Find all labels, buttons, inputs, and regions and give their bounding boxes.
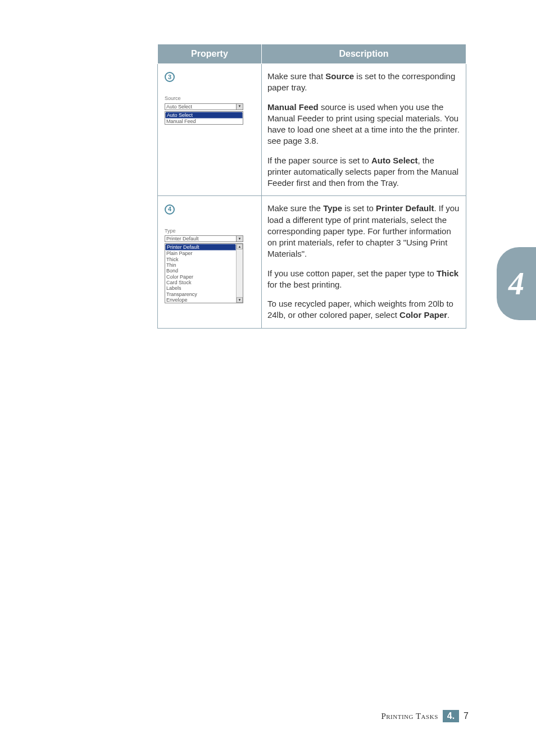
list-item[interactable]: Auto Select (165, 112, 243, 119)
description-cell: Make sure that Source is set to the corr… (261, 64, 466, 196)
source-label: Source (165, 95, 257, 101)
chapter-number: 4 (508, 266, 524, 302)
table-row: 3 Source Auto Select ▼ Auto Select Manua… (158, 64, 466, 196)
type-label: Type (165, 228, 257, 234)
list-item[interactable]: Labels (165, 285, 236, 291)
paragraph: If the paper source is set to Auto Selec… (267, 155, 460, 189)
paragraph: To use recycled paper, which weights fro… (267, 298, 460, 321)
list-item[interactable]: Envelope (165, 297, 236, 303)
page-footer: Printing Tasks 4. 7 (381, 710, 469, 722)
type-listbox[interactable]: ▲ ▼ Printer Default Plain Paper Thick Th… (165, 243, 243, 303)
step-badge-4: 4 (165, 204, 175, 215)
list-item[interactable]: Transparency (165, 292, 236, 297)
list-item[interactable]: Plain Paper (165, 251, 236, 256)
list-item[interactable]: Card Stock (165, 280, 236, 285)
step-badge-3: 3 (165, 72, 175, 82)
source-dropdown-figure: Source Auto Select ▼ Auto Select Manual … (165, 95, 257, 125)
paragraph: Manual Feed source is used when you use … (267, 102, 460, 147)
source-listbox[interactable]: Auto Select Manual Feed (165, 111, 243, 125)
list-item[interactable]: Thick (165, 257, 236, 262)
property-cell: 3 Source Auto Select ▼ Auto Select Manua… (158, 64, 262, 196)
chapter-side-tab: 4 (497, 247, 536, 320)
list-item[interactable]: Thin (165, 262, 236, 268)
scrollbar[interactable]: ▲ ▼ (236, 244, 243, 303)
scroll-up-icon[interactable]: ▲ (237, 244, 243, 249)
footer-page-number: 7 (464, 711, 469, 721)
paragraph: Make sure that Source is set to the corr… (267, 71, 460, 94)
footer-section-title: Printing Tasks (381, 712, 438, 721)
list-item[interactable]: Bond (165, 268, 236, 274)
type-combobox[interactable]: Printer Default ▼ (165, 235, 243, 242)
chevron-down-icon[interactable]: ▼ (236, 236, 243, 242)
list-item[interactable]: Printer Default (165, 244, 236, 251)
chevron-down-icon[interactable]: ▼ (236, 104, 243, 110)
paragraph: Make sure the Type is set to Printer Def… (267, 203, 460, 259)
type-dropdown-figure: Type Printer Default ▼ ▲ ▼ Printer Defau (165, 228, 257, 304)
description-cell: Make sure the Type is set to Printer Def… (261, 196, 466, 328)
source-combobox[interactable]: Auto Select ▼ (165, 103, 243, 110)
footer-section-badge: 4. (443, 710, 459, 722)
property-cell: 4 Type Printer Default ▼ ▲ ▼ (158, 196, 262, 328)
paragraph: If you use cotton paper, set the paper t… (267, 268, 460, 291)
property-table: Property Description 3 Source Auto Selec… (157, 44, 466, 329)
list-item[interactable]: Color Paper (165, 274, 236, 280)
table-row: 4 Type Printer Default ▼ ▲ ▼ (158, 196, 466, 328)
scroll-down-icon[interactable]: ▼ (237, 297, 243, 303)
list-item[interactable]: Manual Feed (165, 119, 243, 124)
page: 4 Property Description 3 Source Auto Sel… (0, 0, 536, 756)
source-combobox-value: Auto Select (166, 104, 192, 110)
header-description: Description (261, 44, 466, 64)
type-combobox-value: Printer Default (166, 236, 199, 242)
header-property: Property (158, 44, 262, 64)
